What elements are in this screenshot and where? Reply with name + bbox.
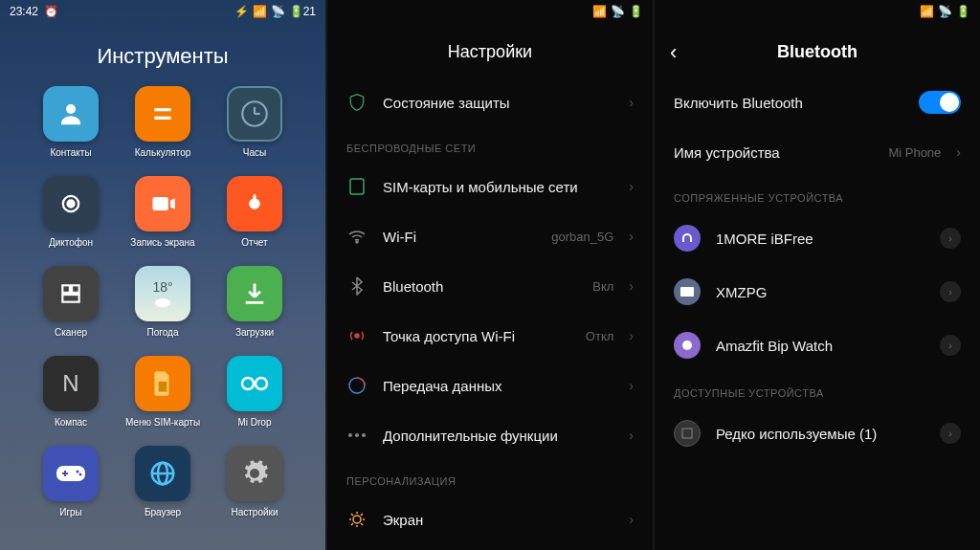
- row-wifi[interactable]: Wi-Fi gorban_5G ›: [327, 211, 653, 261]
- games-icon: [43, 446, 99, 501]
- app-clock[interactable]: Часы: [209, 86, 301, 159]
- app-report[interactable]: Отчет: [209, 176, 301, 249]
- row-device-name[interactable]: Имя устройства Mi Phone ›: [655, 127, 980, 177]
- chevron-right-icon: ›: [629, 278, 634, 294]
- app-label: Диктофон: [49, 237, 93, 249]
- report-icon: [227, 176, 282, 231]
- row-label: Дополнительные функции: [383, 428, 613, 444]
- svg-point-0: [66, 104, 76, 114]
- bluetooth-screen: 📶📡🔋 ‹ Bluetooth Включить Bluetooth Имя у…: [655, 0, 980, 550]
- wifi-icon: [346, 226, 368, 247]
- row-data[interactable]: Передача данных ›: [327, 361, 653, 410]
- svg-point-17: [77, 471, 79, 473]
- page-title: Bluetooth: [670, 42, 965, 62]
- app-games[interactable]: Игры: [25, 446, 117, 518]
- svg-rect-22: [350, 179, 364, 194]
- device-row-xmzpg[interactable]: XMZPG ›: [655, 265, 980, 319]
- home-screen: 23:42 ⏰ ⚡ 📶 📡 🔋21 Инструменты Контакты К…: [0, 0, 325, 550]
- app-downloads[interactable]: Загрузки: [209, 266, 301, 339]
- app-calculator[interactable]: Калькулятор: [117, 86, 209, 159]
- row-value: Вкл: [592, 279, 613, 294]
- sim-icon: [135, 356, 190, 411]
- display-icon: [346, 509, 368, 530]
- device-name: 1MORE iBFree: [716, 231, 924, 247]
- row-label: Точка доступа Wi-Fi: [383, 328, 570, 344]
- bluetooth-icon: [346, 275, 368, 297]
- shield-icon: [346, 92, 368, 113]
- row-label: Состояние защиты: [383, 95, 613, 111]
- clock-icon: [227, 86, 282, 142]
- svg-rect-33: [682, 429, 692, 438]
- svg-rect-8: [153, 197, 168, 210]
- bluetooth-toggle[interactable]: [919, 91, 961, 114]
- app-mi-drop[interactable]: Mi Drop: [209, 356, 301, 429]
- settings-screen: 📶📡🔋 Настройки Состояние защиты › БЕСПРОВ…: [327, 0, 653, 550]
- app-label: Погода: [147, 327, 179, 339]
- bluetooth-icon: ⚡: [234, 5, 249, 18]
- row-value: gorban_5G: [551, 230, 613, 244]
- battery-icon: 🔋: [956, 5, 970, 18]
- svg-point-24: [355, 334, 359, 338]
- headphones-icon: [674, 225, 701, 252]
- app-scanner[interactable]: Сканер: [25, 266, 117, 339]
- row-enable-bluetooth[interactable]: Включить Bluetooth: [655, 77, 980, 127]
- chevron-right-icon: ›: [629, 328, 634, 343]
- app-label: Отчет: [241, 237, 267, 249]
- app-label: Браузер: [145, 507, 181, 518]
- app-compass[interactable]: N Компас: [25, 356, 117, 429]
- signal-icon: 📶: [920, 5, 934, 18]
- signal-icon: 📶: [253, 5, 267, 18]
- row-display[interactable]: Экран ›: [327, 495, 653, 544]
- chevron-right-icon: ›: [629, 179, 634, 194]
- status-bar: 📶📡🔋: [327, 0, 653, 23]
- row-sim[interactable]: SIM-карты и мобильные сети ›: [327, 162, 653, 211]
- app-recorder[interactable]: Диктофон: [25, 176, 117, 249]
- device-row-amazfit[interactable]: Amazfit Bip Watch ›: [655, 319, 980, 372]
- page-title: Настройки: [327, 23, 653, 77]
- chevron-right-icon: ›: [629, 95, 634, 110]
- row-wallpaper[interactable]: Обои: [327, 544, 653, 550]
- app-settings[interactable]: Настройки: [209, 446, 301, 518]
- row-hotspot[interactable]: Точка доступа Wi-Fi Откл ›: [327, 311, 653, 361]
- device-settings-button[interactable]: ›: [940, 335, 961, 356]
- expand-button[interactable]: ›: [940, 423, 961, 444]
- svg-rect-11: [72, 285, 79, 293]
- svg-point-23: [356, 241, 358, 243]
- back-button[interactable]: ‹: [670, 40, 677, 65]
- row-label: SIM-карты и мобильные сети: [383, 179, 613, 195]
- chevron-right-icon: ›: [629, 378, 634, 393]
- app-screen-recorder[interactable]: Запись экрана: [117, 176, 209, 249]
- chevron-right-icon: ›: [629, 229, 634, 244]
- app-label: Mi Drop: [237, 417, 271, 429]
- section-wireless: БЕСПРОВОДНЫЕ СЕТИ: [327, 127, 653, 162]
- row-more[interactable]: Дополнительные функции ›: [327, 410, 653, 460]
- device-row-1more[interactable]: 1MORE iBFree ›: [655, 211, 980, 265]
- row-rarely-used[interactable]: Редко используемые (1) ›: [655, 407, 980, 460]
- app-label: Сканер: [55, 327, 87, 339]
- app-browser[interactable]: Браузер: [117, 446, 209, 518]
- hotspot-icon: [346, 325, 368, 346]
- data-usage-icon: [346, 375, 368, 396]
- svg-point-13: [155, 298, 171, 307]
- svg-point-29: [353, 516, 361, 523]
- svg-point-32: [682, 341, 692, 350]
- wifi-icon: 📡: [271, 5, 285, 18]
- more-icon: [346, 425, 368, 446]
- row-bluetooth[interactable]: Bluetooth Вкл ›: [327, 261, 653, 311]
- battery-icon: 🔋: [629, 5, 643, 18]
- watch-icon: [674, 332, 701, 359]
- page-header: ‹ Bluetooth: [655, 23, 980, 77]
- folder-title: Инструменты: [0, 23, 325, 86]
- row-security[interactable]: Состояние защиты ›: [327, 77, 653, 127]
- app-sim-menu[interactable]: Меню SIM-карты: [117, 356, 209, 429]
- svg-rect-31: [680, 287, 694, 297]
- app-contacts[interactable]: Контакты: [25, 86, 117, 159]
- contacts-icon: [43, 86, 99, 142]
- app-weather[interactable]: 18° Погода: [117, 266, 209, 339]
- browser-icon: [135, 446, 190, 501]
- status-bar: 23:42 ⏰ ⚡ 📶 📡 🔋21: [0, 0, 325, 23]
- chevron-right-icon: ›: [629, 428, 634, 443]
- device-settings-button[interactable]: ›: [940, 281, 961, 302]
- device-settings-button[interactable]: ›: [940, 228, 961, 249]
- row-value: Mi Phone: [888, 145, 941, 160]
